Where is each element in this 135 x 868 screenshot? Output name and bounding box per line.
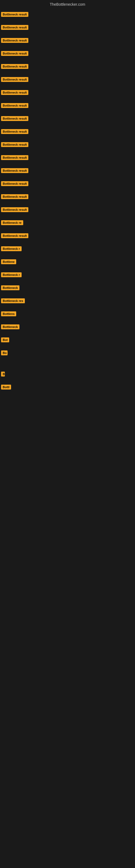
bottleneck-badge[interactable]: Bottleneck result (1, 181, 28, 186)
bottleneck-item[interactable]: Bottleneck result (0, 166, 135, 175)
bottleneck-badge[interactable]: Bottleneck result (1, 38, 28, 43)
bottleneck-item[interactable]: Bottleneck r (0, 245, 135, 253)
bottleneck-item[interactable]: Bottleneck res (0, 297, 135, 305)
bottleneck-item[interactable]: Bottleneck result (0, 36, 135, 44)
bottleneck-item[interactable]: Bot (0, 336, 135, 344)
bottleneck-section-19: Bottlene (0, 255, 135, 268)
bottleneck-section-16: Bottleneck re (0, 216, 135, 229)
bottleneck-badge[interactable]: Bottleneck result (1, 116, 28, 121)
bottleneck-item[interactable]: Bottleneck result (0, 154, 135, 162)
bottleneck-item[interactable]: Bottleneck result (0, 231, 135, 240)
bottleneck-item[interactable]: Bottleneck result (0, 193, 135, 201)
bottleneck-section-8: Bottleneck result (0, 112, 135, 125)
bottleneck-item[interactable]: Bottleneck result (0, 101, 135, 110)
bottleneck-section-4: Bottleneck result (0, 60, 135, 73)
bottleneck-badge[interactable]: Bottleneck result (1, 194, 28, 199)
bottleneck-item[interactable]: Bottl (0, 383, 135, 391)
bottleneck-item[interactable]: Bottleneck result (0, 115, 135, 123)
bottleneck-item[interactable]: B (0, 370, 135, 378)
bottleneck-item[interactable]: Bottleneck result (0, 88, 135, 97)
bottleneck-section-12: Bottleneck result (0, 164, 135, 177)
bottleneck-item[interactable]: Bottleneck result (0, 23, 135, 31)
bottleneck-section-24: Bottleneck (0, 320, 135, 333)
bottleneck-section-13: Bottleneck result (0, 177, 135, 190)
bottleneck-badge[interactable]: Bottleneck result (1, 142, 28, 147)
bottleneck-badge[interactable]: Bottleneck result (1, 77, 28, 82)
bottleneck-badge[interactable]: Bottleneck result (1, 90, 28, 95)
bottleneck-section-14: Bottleneck result (0, 190, 135, 203)
bottleneck-badge[interactable]: Bottleneck result (1, 64, 28, 69)
bottleneck-badge[interactable]: Bottleneck (1, 324, 19, 329)
bottleneck-item[interactable]: Bottleneck result (0, 62, 135, 70)
bottleneck-section-26: Bo (0, 346, 135, 359)
bottleneck-section-2: Bottleneck result (0, 34, 135, 46)
bottleneck-section-23: Bottlens (0, 307, 135, 320)
bottleneck-section-20: Bottleneck r (0, 268, 135, 281)
bottleneck-item[interactable]: Bottleneck r (0, 271, 135, 279)
bottleneck-badge[interactable]: Bottleneck re (1, 220, 23, 225)
bottleneck-section-27 (0, 359, 135, 367)
bottleneck-badge[interactable]: B (1, 372, 5, 376)
bottleneck-badge[interactable]: Bottleneck r (1, 246, 21, 251)
bottleneck-section-28: B (0, 367, 135, 380)
bottleneck-item[interactable]: Bo (0, 349, 135, 357)
bottleneck-item[interactable]: Bottlene (0, 258, 135, 266)
bottleneck-section-9: Bottleneck result (0, 125, 135, 138)
bottleneck-section-17: Bottleneck result (0, 229, 135, 242)
bottleneck-section-18: Bottleneck r (0, 242, 135, 255)
bottleneck-item[interactable]: Bottleneck result (0, 127, 135, 135)
bottleneck-badge[interactable]: Bottleneck res (1, 299, 25, 303)
bottleneck-badge[interactable]: Bottleneck result (1, 25, 28, 30)
bottleneck-badge[interactable]: Bo (1, 350, 8, 355)
bottleneck-item[interactable]: Bottleneck result (0, 10, 135, 19)
bottleneck-section-1: Bottleneck result (0, 21, 135, 34)
bottleneck-section-21: Bottleneck (0, 281, 135, 294)
bottleneck-badge[interactable]: Bottleneck result (1, 168, 28, 173)
bottleneck-badge[interactable]: Bottleneck result (1, 207, 28, 212)
bottleneck-section-6: Bottleneck result (0, 86, 135, 99)
bottleneck-section-11: Bottleneck result (0, 151, 135, 164)
bottleneck-badge[interactable]: Bottleneck result (1, 103, 28, 108)
bottleneck-badge[interactable]: Bottlene (1, 259, 16, 264)
bottleneck-section-10: Bottleneck result (0, 138, 135, 151)
bottleneck-section-25: Bot (0, 333, 135, 346)
bottleneck-item[interactable]: Bottleneck result (0, 50, 135, 58)
bottleneck-section-15: Bottleneck result (0, 203, 135, 216)
bottleneck-item[interactable]: Bottlens (0, 310, 135, 318)
site-title: TheBottlenecker.com (0, 0, 135, 8)
bottleneck-badge[interactable]: Bottleneck (1, 285, 19, 290)
bottleneck-badge[interactable]: Bottlens (1, 311, 16, 316)
bottleneck-badge[interactable]: Bottleneck result (1, 51, 28, 56)
bottleneck-badge[interactable]: Bottleneck result (1, 233, 28, 238)
bottleneck-item[interactable]: Bottleneck result (0, 206, 135, 214)
bottleneck-item[interactable] (0, 362, 135, 365)
bottleneck-badge[interactable]: Bot (1, 337, 9, 342)
bottleneck-item[interactable]: Bottleneck result (0, 180, 135, 188)
bottleneck-badge[interactable]: Bottleneck r (1, 272, 21, 277)
bottleneck-badge[interactable]: Bottl (1, 384, 11, 390)
bottleneck-section-7: Bottleneck result (0, 99, 135, 112)
bottleneck-section-3: Bottleneck result (0, 46, 135, 60)
bottleneck-section-29: Bottl (0, 380, 135, 393)
bottleneck-item[interactable]: Bottleneck (0, 284, 135, 292)
bottleneck-item[interactable]: Bottleneck result (0, 75, 135, 84)
bottleneck-section-5: Bottleneck result (0, 73, 135, 86)
bottleneck-item[interactable]: Bottleneck result (0, 141, 135, 149)
bottleneck-badge[interactable]: Bottleneck result (1, 129, 28, 134)
page-container: TheBottlenecker.com Bottleneck resultBot… (0, 0, 135, 393)
bottleneck-section-22: Bottleneck res (0, 294, 135, 307)
bottleneck-badge[interactable]: Bottleneck result (1, 12, 28, 17)
bottleneck-item[interactable]: Bottleneck (0, 323, 135, 331)
bottleneck-section-0: Bottleneck result (0, 8, 135, 21)
bottleneck-badge[interactable]: Bottleneck result (1, 155, 28, 160)
bottleneck-item[interactable]: Bottleneck re (0, 219, 135, 227)
